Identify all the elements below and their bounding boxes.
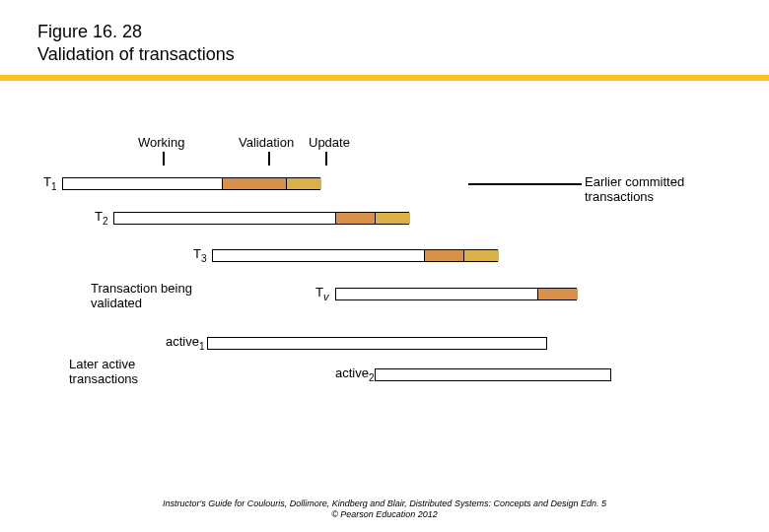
- figure-number: Figure 16. 28: [37, 22, 769, 42]
- phase-label-working: Working: [138, 135, 184, 150]
- bar-t3: [212, 249, 498, 262]
- phase-tick: [268, 152, 270, 166]
- footer-credit: Instructor's Guide for Coulouris, Dollim…: [0, 499, 769, 521]
- bar-tv: [335, 288, 577, 300]
- footer-line1: Instructor's Guide for Coulouris, Dollim…: [0, 499, 769, 509]
- label-active2: active2: [335, 366, 375, 383]
- label-t2: T2: [95, 209, 108, 227]
- label-t1: T1: [43, 174, 57, 192]
- bar-t2: [113, 212, 409, 225]
- bar-active2: [375, 368, 611, 381]
- label-tv: Tv: [315, 285, 328, 302]
- bar-active1: [207, 337, 547, 350]
- annot-being-validated: Transaction being validated: [91, 281, 209, 310]
- footer-line2: © Pearson Education 2012: [0, 509, 769, 520]
- transaction-diagram: Working Validation Update T1 T2 T3 Tv a: [0, 110, 769, 416]
- divider-bar: [0, 75, 769, 81]
- phase-tick: [325, 152, 327, 166]
- phase-tick: [163, 152, 165, 166]
- label-t3: T3: [193, 246, 207, 264]
- annot-later: Later active transactions: [69, 357, 187, 386]
- phase-label-validation: Validation: [239, 135, 294, 150]
- bar-t1: [62, 177, 320, 190]
- phase-label-update: Update: [309, 135, 350, 150]
- label-active1: active1: [166, 334, 205, 352]
- annot-earlier: Earlier committed transactions: [585, 174, 733, 204]
- annot-earlier-line: [468, 183, 582, 185]
- figure-header: Figure 16. 28 Validation of transactions: [0, 0, 769, 65]
- figure-title: Validation of transactions: [37, 44, 769, 65]
